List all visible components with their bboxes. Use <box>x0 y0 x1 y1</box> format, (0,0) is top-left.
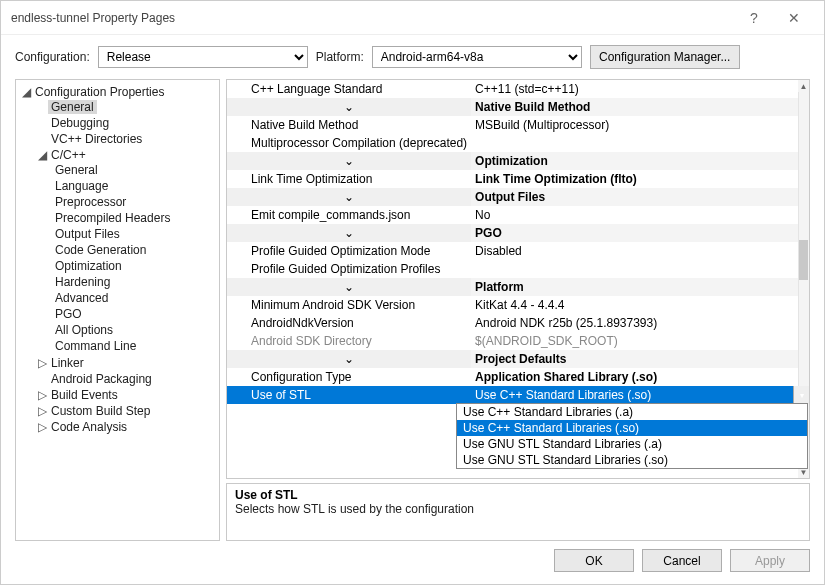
tree-android-pkg[interactable]: Android Packaging <box>48 372 155 386</box>
tree-c-pgo[interactable]: PGO <box>52 307 85 321</box>
stl-option-gnu-a[interactable]: Use GNU STL Standard Libraries (.a) <box>457 436 807 452</box>
row-emit-cc: Emit compile_commands.jsonNo <box>227 206 809 224</box>
tree-c-preprocessor[interactable]: Preprocessor <box>52 195 129 209</box>
property-grid[interactable]: ▲ ▼ C++ Language StandardC++11 (std=c++1… <box>226 79 810 479</box>
chevron-right-icon[interactable]: ▷ <box>36 356 48 370</box>
cat-native: ⌄Native Build Method <box>227 98 809 116</box>
scroll-up-icon[interactable]: ▲ <box>798 80 809 92</box>
row-pgo-profiles: Profile Guided Optimization Profiles <box>227 260 809 278</box>
stl-option-gnu-so[interactable]: Use GNU STL Standard Libraries (.so) <box>457 452 807 468</box>
window-title: endless-tunnel Property Pages <box>11 11 734 25</box>
row-ndk-ver: AndroidNdkVersionAndroid NDK r25b (25.1.… <box>227 314 809 332</box>
chevron-down-icon[interactable]: ◢ <box>20 85 32 99</box>
row-lto: Link Time OptimizationLink Time Optimiza… <box>227 170 809 188</box>
tree-build-events[interactable]: Build Events <box>48 388 121 402</box>
collapse-icon[interactable]: ⌄ <box>227 350 471 368</box>
collapse-icon[interactable]: ⌄ <box>227 152 471 170</box>
dialog-buttons: OK Cancel Apply <box>1 541 824 584</box>
cat-out: ⌄Output Files <box>227 188 809 206</box>
chevron-down-icon[interactable]: ▾ <box>793 386 809 404</box>
tree-c-advanced[interactable]: Advanced <box>52 291 111 305</box>
tree-debugging[interactable]: Debugging <box>48 116 112 130</box>
configuration-manager-button[interactable]: Configuration Manager... <box>590 45 740 69</box>
property-pages-dialog: endless-tunnel Property Pages ? ✕ Config… <box>0 0 825 585</box>
tree-c-general[interactable]: General <box>52 163 101 177</box>
chevron-right-icon[interactable]: ▷ <box>36 388 48 402</box>
tree-c-hardening[interactable]: Hardening <box>52 275 113 289</box>
row-sdk-dir: Android SDK Directory$(ANDROID_SDK_ROOT) <box>227 332 809 350</box>
collapse-icon[interactable]: ⌄ <box>227 98 471 116</box>
tree-c-output[interactable]: Output Files <box>52 227 123 241</box>
chevron-down-icon[interactable]: ◢ <box>36 148 48 162</box>
desc-heading: Use of STL <box>235 488 801 502</box>
tree-c-cmd[interactable]: Command Line <box>52 339 139 353</box>
tree-c-pch[interactable]: Precompiled Headers <box>52 211 173 225</box>
platform-select[interactable]: Android-arm64-v8a <box>372 46 582 68</box>
tree-ccpp[interactable]: C/C++ <box>48 148 89 162</box>
row-min-sdk: Minimum Android SDK VersionKitKat 4.4 - … <box>227 296 809 314</box>
collapse-icon[interactable]: ⌄ <box>227 224 471 242</box>
cat-defaults: ⌄Project Defaults <box>227 350 809 368</box>
row-native-method: Native Build MethodMSBuild (Multiprocess… <box>227 116 809 134</box>
desc-text: Selects how STL is used by the configura… <box>235 502 801 516</box>
row-cfg-type: Configuration TypeApplication Shared Lib… <box>227 368 809 386</box>
row-cpp-std: C++ Language StandardC++11 (std=c++11) <box>227 80 809 98</box>
scroll-thumb[interactable] <box>799 240 808 280</box>
tree-c-opt[interactable]: Optimization <box>52 259 125 273</box>
row-use-stl: Use of STLUse C++ Standard Libraries (.s… <box>227 386 809 404</box>
cat-opt: ⌄Optimization <box>227 152 809 170</box>
platform-label: Platform: <box>316 50 364 64</box>
cat-pgo: ⌄PGO <box>227 224 809 242</box>
nav-tree[interactable]: ◢Configuration Properties General Debugg… <box>15 79 220 541</box>
tree-c-language[interactable]: Language <box>52 179 111 193</box>
apply-button[interactable]: Apply <box>730 549 810 572</box>
cancel-button[interactable]: Cancel <box>642 549 722 572</box>
close-icon[interactable]: ✕ <box>774 10 814 26</box>
titlebar: endless-tunnel Property Pages ? ✕ <box>1 1 824 35</box>
stl-option-a[interactable]: Use C++ Standard Libraries (.a) <box>457 404 807 420</box>
chevron-right-icon[interactable]: ▷ <box>36 420 48 434</box>
row-pgo-mode: Profile Guided Optimization ModeDisabled <box>227 242 809 260</box>
tree-vcdirs[interactable]: VC++ Directories <box>48 132 145 146</box>
config-toolbar: Configuration: Release Platform: Android… <box>1 35 824 73</box>
help-icon[interactable]: ? <box>734 10 774 26</box>
tree-c-codegen[interactable]: Code Generation <box>52 243 149 257</box>
description-panel: Use of STL Selects how STL is used by th… <box>226 483 810 541</box>
tree-c-all[interactable]: All Options <box>52 323 116 337</box>
stl-dropdown[interactable]: Use C++ Standard Libraries (.a) Use C++ … <box>456 403 808 469</box>
stl-option-so[interactable]: Use C++ Standard Libraries (.so) <box>457 420 807 436</box>
row-mp-compile: Multiprocessor Compilation (deprecated) <box>227 134 809 152</box>
cat-platform: ⌄Platform <box>227 278 809 296</box>
tree-linker[interactable]: Linker <box>48 356 87 370</box>
tree-custom-build[interactable]: Custom Build Step <box>48 404 153 418</box>
chevron-right-icon[interactable]: ▷ <box>36 404 48 418</box>
stl-value: Use C++ Standard Libraries (.so) <box>475 388 651 402</box>
tree-root[interactable]: Configuration Properties <box>32 85 167 99</box>
tree-general[interactable]: General <box>48 100 97 114</box>
collapse-icon[interactable]: ⌄ <box>227 278 471 296</box>
tree-code-analysis[interactable]: Code Analysis <box>48 420 130 434</box>
configuration-label: Configuration: <box>15 50 90 64</box>
ok-button[interactable]: OK <box>554 549 634 572</box>
collapse-icon[interactable]: ⌄ <box>227 188 471 206</box>
configuration-select[interactable]: Release <box>98 46 308 68</box>
